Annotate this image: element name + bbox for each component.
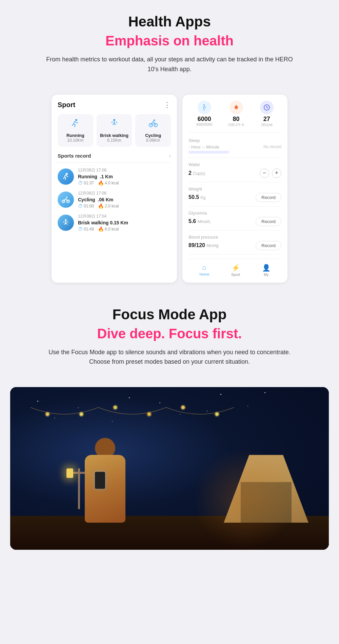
- glycemia-row: 5.6 Mmol/L Record: [188, 217, 281, 226]
- cycling-record-date: 12月08日 17:06: [78, 190, 171, 196]
- water-decrease-button[interactable]: −: [260, 168, 269, 178]
- walking-record-date: 12月08日 17:04: [78, 214, 171, 219]
- blood-pressure-record-button[interactable]: Record: [256, 241, 281, 250]
- sport-card-header: Sport ⋮: [58, 101, 171, 109]
- running-record-type: Running .1 Km: [78, 174, 171, 179]
- walking-cal-stat: 🔥 6.0 kcal: [98, 226, 119, 232]
- blood-pressure-value: 89/120 MmHg: [188, 242, 219, 248]
- svg-point-0: [75, 119, 77, 121]
- calories-icon: [230, 101, 243, 114]
- sport-card-title: Sport: [58, 101, 75, 109]
- sport-nav-icon: ⚡: [231, 264, 240, 272]
- more-options-icon[interactable]: ⋮: [163, 101, 171, 109]
- calories-stat: 80 /100.0千卡: [228, 101, 244, 127]
- svg-point-18: [146, 411, 152, 417]
- calories-number: 80: [228, 116, 244, 123]
- calories-icon: 🔥: [98, 180, 104, 186]
- calories-sub: /100.0千卡: [228, 123, 244, 127]
- running-record-stats: ⏱ 01:37 🔥 4.0 kcal: [78, 180, 171, 186]
- chevron-right-icon[interactable]: ›: [169, 153, 171, 159]
- sport-card: Sport ⋮ Running 10.10Km: [52, 95, 177, 283]
- sleep-bar: [188, 151, 229, 154]
- weight-section: Weight 50.5 Kg Record: [188, 186, 281, 206]
- sports-record-label: Sports record: [58, 153, 91, 159]
- sport-item-cycling[interactable]: Cycling 6.06Km: [135, 114, 171, 147]
- glycemia-section: Glycemia 5.6 Mmol/L Record: [188, 210, 281, 230]
- svg-point-14: [79, 411, 84, 417]
- glycemia-record-button[interactable]: Record: [256, 217, 281, 226]
- steps-icon: [198, 101, 211, 114]
- sleep-time: - Hour -- Minute: [188, 144, 219, 149]
- fairy-lights-string: [31, 401, 234, 428]
- walking-record-stats: ⏱ 01:49 🔥 6.0 kcal: [78, 226, 171, 232]
- record-entry-walking: 12月08日 17:04 Brisk walking 0.15 Km ⏱ 01:…: [58, 214, 171, 232]
- profile-icon: 👤: [262, 264, 271, 272]
- weight-record-button[interactable]: Record: [256, 193, 281, 202]
- calories-icon: 🔥: [98, 203, 104, 209]
- health-subtitle: Emphasis on health: [10, 33, 329, 48]
- time-icon: ⏱: [78, 180, 83, 186]
- svg-point-8: [66, 197, 67, 198]
- sport-item-running[interactable]: Running 10.10Km: [58, 114, 93, 147]
- water-increase-button[interactable]: +: [272, 168, 281, 178]
- health-nav: ⌂ Home ⚡ Sport 👤 My: [188, 259, 281, 277]
- weight-row: 50.5 Kg Record: [188, 193, 281, 202]
- running-record-info: 12月08日 17:08 Running .1 Km ⏱ 01:37 🔥 4.0…: [78, 167, 171, 186]
- running-time-stat: ⏱ 01:37: [78, 180, 94, 186]
- running-cal-stat: 🔥 4.0 kcal: [98, 180, 119, 186]
- health-title: Health Apps: [10, 14, 329, 30]
- water-value: 2 Cup(s): [188, 170, 205, 176]
- glycemia-label: Glycemia: [188, 210, 281, 216]
- weight-label: Weight: [188, 186, 281, 192]
- person-body: [85, 455, 125, 523]
- svg-point-12: [45, 411, 50, 417]
- health-description: From health metrics to workout data, all…: [42, 55, 297, 74]
- focus-section: Focus Mode App Dive deep. Focus first. U…: [0, 293, 339, 387]
- nav-home[interactable]: ⌂ Home: [199, 264, 209, 277]
- blood-pressure-row: 89/120 MmHg Record: [188, 241, 281, 250]
- health-card: 6000 6000/6000 80 /100.0千卡: [182, 95, 287, 283]
- walking-label: Brisk walking: [99, 133, 129, 138]
- nav-my[interactable]: 👤 My: [262, 264, 271, 277]
- water-label: Water: [188, 162, 281, 167]
- tent-shadow: [241, 482, 292, 523]
- health-top-stats: 6000 6000/6000 80 /100.0千卡: [188, 101, 281, 133]
- running-label: Running: [60, 133, 91, 138]
- record-entry-cycling: 12月08日 17:06 Cycling .06 Km ⏱ 01:00 🔥 2.…: [58, 190, 171, 209]
- cycling-record-type: Cycling .06 Km: [78, 197, 171, 202]
- walking-record-type: Brisk walking 0.15 Km: [78, 220, 171, 225]
- time-icon: [260, 101, 274, 114]
- sleep-section: Sleep - Hour -- Minute No record: [188, 138, 281, 158]
- glycemia-value: 5.6 Mmol/L: [188, 218, 211, 224]
- time-stat: 27 /30分钟: [260, 101, 274, 127]
- tent: [224, 455, 308, 523]
- walking-avatar: [58, 215, 74, 231]
- walking-record-info: 12月08日 17:04 Brisk walking 0.15 Km ⏱ 01:…: [78, 214, 171, 232]
- walking-distance: 6.15Km: [99, 138, 129, 143]
- cycling-distance: 6.06Km: [138, 138, 168, 143]
- svg-point-9: [65, 219, 67, 221]
- focus-description: Use the Focus Mode app to silence sounds…: [42, 347, 297, 367]
- svg-point-5: [66, 173, 68, 175]
- cycling-record-stats: ⏱ 01:00 🔥 2.0 kcal: [78, 203, 171, 209]
- nav-sport[interactable]: ⚡ Sport: [231, 264, 240, 277]
- steps-stat: 6000 6000/6000: [196, 101, 212, 127]
- phone-device: [95, 472, 105, 489]
- sports-record-header: Sports record ›: [58, 153, 171, 163]
- sleep-label: Sleep: [188, 138, 281, 143]
- health-section: Health Apps Emphasis on health From heal…: [0, 0, 339, 95]
- running-distance: 10.10Km: [60, 138, 91, 143]
- walking-time-stat: ⏱ 01:49: [78, 226, 94, 232]
- steps-sub: 6000/6000: [196, 123, 212, 126]
- sleep-row: - Hour -- Minute No record: [188, 144, 281, 149]
- focus-image: [10, 387, 329, 550]
- running-avatar: [58, 168, 74, 185]
- running-icon: [60, 118, 91, 131]
- time-icon: ⏱: [78, 226, 83, 232]
- no-record-text: No record: [263, 144, 281, 149]
- sport-item-walking[interactable]: Brisk walking 6.15Km: [97, 114, 132, 147]
- svg-point-16: [113, 405, 118, 410]
- water-row: 2 Cup(s) − +: [188, 168, 281, 178]
- focus-subtitle: Dive deep. Focus first.: [10, 326, 329, 341]
- time-icon: ⏱: [78, 203, 83, 209]
